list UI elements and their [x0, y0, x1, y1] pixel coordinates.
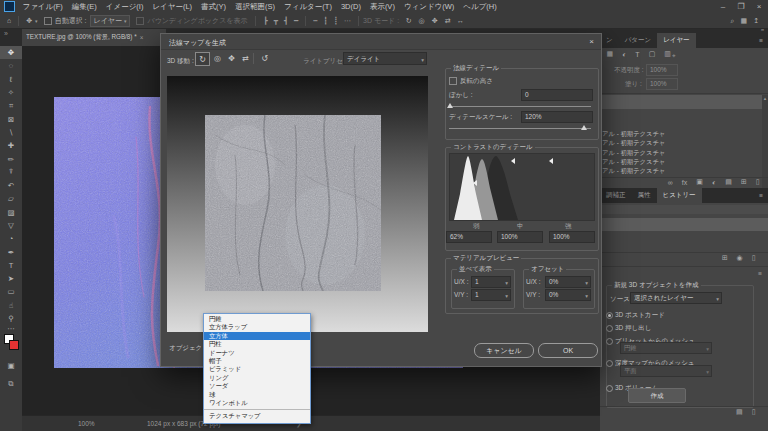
history-entry-selected[interactable] — [600, 218, 768, 231]
menu-item[interactable]: 編集(E) — [67, 2, 101, 12]
search-icon[interactable]: ⌕ — [728, 17, 738, 25]
menu-item[interactable]: イメージ(I) — [101, 2, 148, 12]
tool-eraser[interactable]: ▱ — [0, 192, 22, 205]
threed-panel-menu-icon[interactable]: ≡ — [758, 270, 762, 277]
menu-item[interactable]: 書式(Y) — [197, 2, 231, 12]
tool-lasso[interactable]: ℓ — [0, 73, 22, 86]
panel-tab[interactable]: ヒストリー — [657, 188, 702, 203]
radio-3d-volume[interactable] — [606, 385, 613, 392]
threed-action-group[interactable]: ▤ — [736, 408, 743, 416]
object-option[interactable]: ドーナツ — [204, 349, 310, 357]
tool-hand[interactable]: ☝ — [0, 299, 22, 312]
offset-ux-field[interactable]: 0%▾ — [545, 276, 591, 288]
object-option[interactable]: 立方体ラップ — [204, 323, 310, 331]
share-icon[interactable]: ↥ — [750, 17, 762, 25]
quick-mask-icon[interactable]: ▣ — [0, 359, 22, 372]
menu-item[interactable]: 表示(V) — [365, 2, 399, 12]
align-icon[interactable]: ┫ — [281, 17, 291, 25]
menu-item[interactable]: 3D(D) — [336, 2, 365, 12]
radio-mesh-from-preset[interactable] — [606, 338, 613, 345]
contrast-marker-strong[interactable] — [549, 158, 553, 164]
contrast-histogram[interactable] — [449, 153, 595, 221]
panel-tab[interactable]: 属性 — [632, 188, 657, 203]
tool-pen[interactable]: ✒ — [0, 245, 22, 258]
align-icon[interactable]: ┳ — [271, 17, 281, 25]
layer-row[interactable]: アル - 初期テクスチャ — [602, 129, 762, 138]
light-preset-dropdown[interactable]: デイライト ▾ — [343, 52, 427, 65]
tool-dodge[interactable]: ◔ — [0, 232, 22, 245]
layer-row[interactable]: アル - 初期テクスチャ — [602, 148, 762, 157]
object-option[interactable]: ソーダ — [204, 382, 310, 390]
ok-button[interactable]: OK — [538, 343, 598, 358]
layers-action-group[interactable]: ▤ — [725, 178, 732, 186]
auto-select-dropdown[interactable]: レイヤー ▾ — [90, 15, 131, 27]
3d-mode-icon[interactable]: ✥ — [428, 17, 441, 25]
layer-filter-icon[interactable]: ▥ — [664, 50, 671, 58]
object-option[interactable]: 円錐 — [204, 315, 310, 323]
radio-3d-postcard[interactable] — [606, 312, 613, 319]
history-action-new-doc-from-state[interactable]: ⊞ — [722, 254, 728, 262]
history-action-delete[interactable]: ▯ — [752, 254, 756, 262]
panel-tab[interactable]: レイヤー — [657, 33, 695, 48]
history-panel-menu-icon[interactable]: ≡ — [759, 192, 763, 199]
layer-filter-icon[interactable]: T — [635, 51, 639, 58]
reset-view-icon[interactable]: ↺ — [258, 52, 271, 64]
layer-row[interactable]: アル - 初期テクスチャ — [602, 166, 762, 175]
3d-mode-icon[interactable]: ↻ — [402, 17, 415, 25]
layer-filter-icon[interactable]: ▢ — [649, 50, 656, 58]
align-icon[interactable]: ┣ — [260, 17, 270, 25]
blur-slider-handle[interactable] — [447, 103, 453, 108]
object-option[interactable]: 球 — [204, 391, 310, 399]
panel-tab[interactable]: パターン — [619, 33, 657, 48]
detail-scale-field[interactable]: 120% — [521, 111, 593, 123]
layers-action-link[interactable]: ∞ — [668, 179, 673, 186]
contrast-weak-field[interactable]: 62% — [446, 231, 492, 243]
layers-scrollbar[interactable]: ▴ — [762, 95, 768, 188]
tool-crop[interactable]: ⌗ — [0, 99, 22, 112]
tool-move[interactable]: ✥ — [0, 46, 22, 59]
radio-mesh-from-depth[interactable] — [606, 360, 613, 367]
chevron-down-icon[interactable]: ▾ — [35, 18, 38, 24]
cancel-button[interactable]: キャンセル — [474, 343, 534, 358]
layers-action-mask[interactable]: ▣ — [696, 178, 703, 186]
tool-eyedropper[interactable]: ∖ — [0, 126, 22, 139]
tool-shape[interactable]: ▭ — [0, 285, 22, 298]
detail-scale-slider[interactable] — [449, 128, 591, 129]
detail-scale-slider-handle[interactable] — [581, 125, 587, 130]
object-option[interactable]: ワインボトル — [204, 399, 310, 407]
tool-healing[interactable]: ✚ — [0, 139, 22, 152]
layers-action-new-layer[interactable]: ⊞ — [741, 178, 747, 186]
layers-panel-menu-icon[interactable]: ≡ — [759, 37, 763, 44]
auto-select-checkbox[interactable] — [44, 17, 52, 25]
object-option[interactable]: 立方体 — [204, 332, 310, 340]
distribute-icon[interactable]: ┋ — [331, 17, 341, 25]
tool-path-select[interactable]: ➤ — [0, 272, 22, 285]
3d-preview-area[interactable] — [167, 76, 428, 332]
tool-gradient[interactable]: ▨ — [0, 206, 22, 219]
object-option[interactable]: リング — [204, 374, 310, 382]
threed-action-delete[interactable]: ▯ — [752, 408, 756, 416]
distribute-icon[interactable]: ┇ — [321, 17, 331, 25]
object-option[interactable]: テクスチャマップ — [204, 409, 310, 422]
create-button[interactable]: 作成 — [628, 388, 686, 403]
tile-vy-field[interactable]: 1▾ — [471, 289, 511, 301]
layer-row[interactable]: アル - 初期テクスチャ — [602, 157, 762, 166]
home-icon[interactable]: ⌂ — [4, 17, 14, 24]
restore-icon[interactable]: ❐ — [732, 2, 750, 11]
tool-history-brush[interactable]: ↶ — [0, 179, 22, 192]
layers-action-effects[interactable]: fx — [682, 179, 687, 186]
toolbar-collapse-icon[interactable]: » — [4, 30, 8, 37]
contrast-mid-field[interactable]: 100% — [497, 231, 543, 243]
layers-action-delete[interactable]: ▯ — [756, 178, 760, 186]
menu-item[interactable]: ファイル(F) — [18, 2, 67, 12]
minimize-icon[interactable]: – — [714, 2, 732, 11]
slide-icon[interactable]: ⇄ — [239, 52, 252, 64]
menu-item[interactable]: 選択範囲(S) — [231, 2, 280, 12]
panel-tab[interactable]: ン — [600, 33, 619, 48]
menu-item[interactable]: レイヤー(L) — [148, 2, 197, 12]
roll-icon[interactable]: ◎ — [211, 52, 224, 64]
tool-marquee[interactable]: ◌ — [0, 59, 22, 72]
menu-item[interactable]: ウィンドウ(W) — [399, 2, 458, 12]
align-icon[interactable]: ━ — [291, 17, 301, 25]
bounding-box-checkbox[interactable] — [136, 17, 144, 25]
